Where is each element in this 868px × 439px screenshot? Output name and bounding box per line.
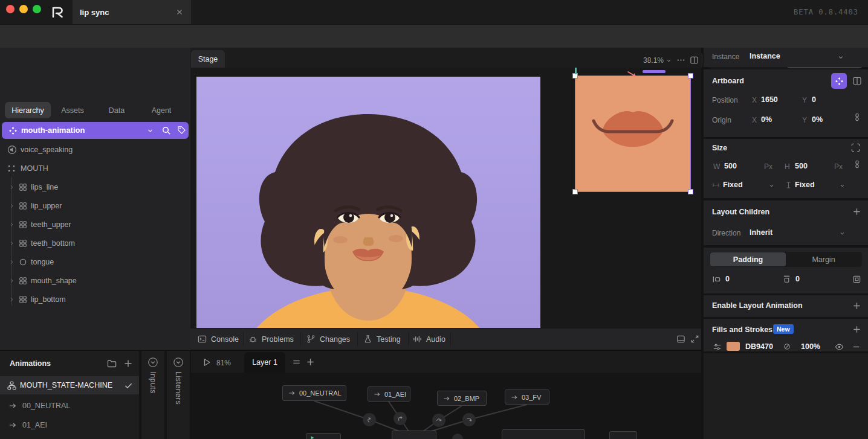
zoom-chevron-icon[interactable] <box>666 58 672 63</box>
tree-row-mouth[interactable]: MOUTH <box>0 159 190 178</box>
fill-color-swatch[interactable] <box>727 342 740 351</box>
window-zoom-button[interactable] <box>33 5 41 13</box>
tab-agent[interactable]: Agent <box>147 102 175 118</box>
layer-menu-icon[interactable] <box>292 357 301 367</box>
height-field[interactable]: 500 <box>795 162 808 170</box>
window-minimize-button[interactable] <box>19 5 28 13</box>
fill-options-icon[interactable] <box>713 342 722 351</box>
base-state-node[interactable] <box>392 431 436 439</box>
tree-row-voice[interactable]: voice_speaking <box>0 140 190 159</box>
padding-vertical-field[interactable]: 0 <box>795 275 800 283</box>
state-node-aei[interactable]: 01_AEI <box>368 386 410 402</box>
tab-assets[interactable]: Assets <box>58 102 87 118</box>
chevron-circle-icon[interactable] <box>147 357 158 368</box>
transition-node[interactable] <box>394 412 407 425</box>
timeline-play-icon[interactable] <box>202 357 212 367</box>
add-animation-icon[interactable] <box>123 359 133 368</box>
window-close-button[interactable] <box>6 5 15 13</box>
chevron-down-icon[interactable] <box>838 54 844 60</box>
playback-speed[interactable]: 81% <box>216 359 231 367</box>
tab-testing[interactable]: Testing <box>363 328 401 350</box>
tab-changes[interactable]: Changes <box>306 328 350 350</box>
artboard-label-highlight[interactable] <box>643 70 666 73</box>
position-x-field[interactable]: 1650 <box>761 95 778 104</box>
state-machine-row[interactable]: MOUTH_STATE-MACHINE <box>0 376 139 394</box>
inputs-strip[interactable]: Inputs <box>141 350 164 439</box>
tab-audio[interactable]: Audio <box>413 328 445 350</box>
selection-handle-bottom-left[interactable] <box>572 189 578 194</box>
direction-select[interactable]: Inherit <box>750 228 772 237</box>
padding-horizontal-field[interactable]: 0 <box>725 275 730 283</box>
state-machine-graph[interactable]: 00_NEUTRAL 01_AEI 02_BMP 03_FV <box>191 373 701 439</box>
tree-row-lip-upper[interactable]: lip_upper <box>0 196 190 215</box>
expand-chevron-icon[interactable] <box>9 278 15 283</box>
origin-x-field[interactable]: 0% <box>761 115 772 124</box>
state-node-partial[interactable] <box>609 431 637 439</box>
search-icon[interactable] <box>161 126 171 135</box>
add-fill-icon[interactable] <box>852 325 861 334</box>
close-icon[interactable] <box>175 8 184 16</box>
animation-row[interactable]: 00_NEUTRAL <box>0 397 139 414</box>
state-node-fv[interactable]: 03_FV <box>505 389 549 405</box>
main-artboard[interactable] <box>196 77 540 328</box>
chevron-down-icon[interactable] <box>840 183 845 188</box>
tree-row-mouth-shape[interactable]: mouth_shape <box>0 271 190 290</box>
tree-row-lip-bottom[interactable]: lip_bottom <box>0 290 190 309</box>
expand-chevron-icon[interactable] <box>9 184 15 190</box>
expand-chevron-icon[interactable] <box>9 296 15 302</box>
chevron-down-icon[interactable] <box>147 127 154 134</box>
panel-toggle-icon[interactable] <box>690 56 699 65</box>
transition-node[interactable] <box>432 414 445 427</box>
tab-data[interactable]: Data <box>104 102 129 118</box>
stage-canvas[interactable] <box>190 68 701 328</box>
selection-handle-bottom-right[interactable] <box>688 189 693 194</box>
tree-row-tongue[interactable]: tongue <box>0 252 190 271</box>
tab-padding[interactable]: Padding <box>710 252 786 266</box>
entry-state-node[interactable] <box>306 433 341 439</box>
transition-node[interactable] <box>363 413 376 426</box>
chevron-circle-icon[interactable] <box>173 357 184 368</box>
tree-row-lips-line[interactable]: lips_line <box>0 178 190 196</box>
expand-chevron-icon[interactable] <box>9 240 15 246</box>
unlink-icon[interactable] <box>783 342 791 351</box>
width-field[interactable]: 500 <box>724 162 737 170</box>
fit-frame-icon[interactable] <box>851 143 860 152</box>
tree-row-teeth-bottom[interactable]: teeth_bottom <box>0 234 190 252</box>
add-layer-icon[interactable] <box>306 357 315 367</box>
transition-node[interactable] <box>462 413 476 426</box>
stage-options-icon[interactable] <box>676 56 685 65</box>
expand-icon[interactable] <box>690 335 699 344</box>
fill-opacity-field[interactable]: 100% <box>801 342 820 351</box>
tab-stage[interactable]: Stage <box>191 50 225 68</box>
state-node-partial[interactable] <box>502 429 585 439</box>
fill-hex-field[interactable]: DB9470 <box>745 342 773 351</box>
add-icon[interactable] <box>852 301 861 310</box>
stage-zoom-level[interactable]: 38.1% <box>643 56 664 65</box>
tab-problems[interactable]: Problems <box>248 328 294 350</box>
chevron-down-icon[interactable] <box>840 231 845 236</box>
layout-mode-icon[interactable] <box>852 76 862 86</box>
tab-margin[interactable]: Margin <box>786 252 861 266</box>
remove-fill-icon[interactable] <box>852 342 861 351</box>
dock-bottom-icon[interactable] <box>676 335 685 344</box>
width-mode-select[interactable]: Fixed <box>723 181 743 189</box>
state-node-neutral[interactable]: 00_NEUTRAL <box>282 385 346 401</box>
expand-chevron-icon[interactable] <box>9 203 15 208</box>
link-icon[interactable] <box>853 160 861 168</box>
padding-individual-icon[interactable] <box>852 275 861 284</box>
chevron-down-icon[interactable] <box>769 183 774 188</box>
folder-icon[interactable] <box>107 359 117 368</box>
file-tab[interactable]: lip sync <box>73 0 191 24</box>
expand-chevron-icon[interactable] <box>9 222 15 227</box>
animation-row[interactable]: 01_AEI <box>0 417 139 434</box>
tab-hierarchy[interactable]: Hierarchy <box>5 102 51 118</box>
tab-console[interactable]: Console <box>198 328 239 350</box>
tree-row-teeth-upper[interactable]: teeth_upper <box>0 215 190 234</box>
add-icon[interactable] <box>852 207 861 216</box>
expand-chevron-icon[interactable] <box>9 259 15 264</box>
instance-value[interactable]: Instance <box>750 52 780 60</box>
artboard-tree-row[interactable]: mouth-animation <box>2 122 189 139</box>
height-mode-select[interactable]: Fixed <box>795 181 815 189</box>
selection-handle-top-right[interactable] <box>688 73 693 79</box>
eye-icon[interactable] <box>835 342 844 351</box>
